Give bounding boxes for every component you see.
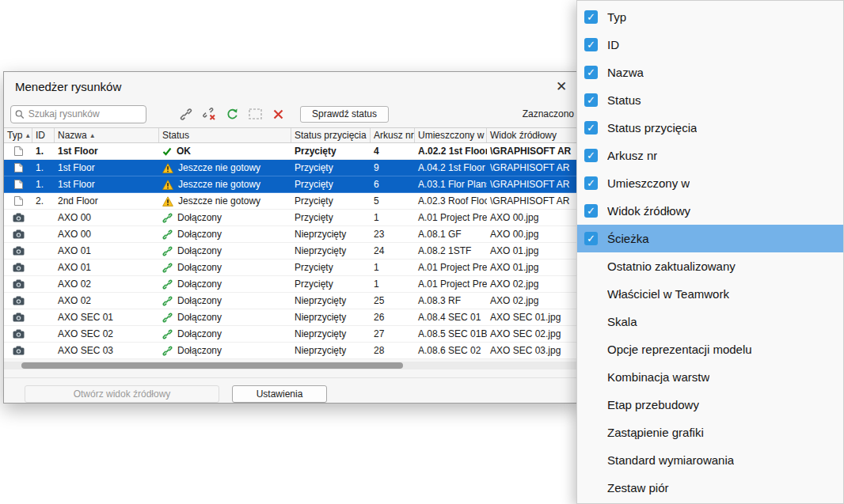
checkbox-spacer	[584, 343, 598, 356]
table-row[interactable]: 1.1st FloorJeszcze nie gotowyPrzycięty9A…	[4, 160, 579, 176]
sheet-number-cell: 23	[371, 226, 415, 242]
table-row[interactable]: AXO 00DołączonyNieprzycięty23A.08.1 GFAX…	[4, 226, 579, 243]
crop-status-cell: Nieprzycięty	[291, 226, 371, 242]
crop-status-cell: Przycięty	[291, 276, 371, 292]
status-cell: Dołączony	[159, 226, 291, 242]
table-row[interactable]: AXO 01DołączonyNieprzycięty24A.08.2 1STF…	[4, 243, 579, 260]
drawing-icon	[13, 213, 25, 222]
table-row[interactable]: 2.2nd FloorJeszcze nie gotowyPrzycięty5A…	[4, 193, 579, 210]
scrollbar-thumb[interactable]	[21, 362, 403, 369]
close-icon[interactable]: ✕	[552, 78, 571, 95]
menu-item-label: Skala	[607, 315, 637, 328]
menu-item-skala[interactable]: Skala	[577, 308, 843, 335]
settings-button[interactable]: Ustawienia	[232, 385, 327, 403]
name-cell: 1st Floor	[55, 143, 159, 159]
type-cell	[4, 243, 32, 259]
break-link-icon[interactable]	[200, 104, 219, 123]
menu-item-label: ID	[607, 38, 619, 51]
menu-item-status-przyciecia[interactable]: ✓Status przycięcia	[577, 114, 843, 142]
warning-icon	[162, 163, 173, 173]
search-box[interactable]	[10, 105, 146, 123]
crop-status-cell: Nieprzycięty	[291, 309, 371, 325]
table-row[interactable]: AXO 00DołączonyPrzycięty1A.01 Project Pr…	[4, 210, 579, 226]
table-row[interactable]: 1.1st FloorOKPrzycięty4A.02.2 1st Floor\…	[4, 143, 579, 160]
drawing-icon	[13, 313, 25, 322]
sheet-number-cell: 27	[371, 326, 415, 342]
column-header-arkusz-nr[interactable]: Arkusz nr	[371, 128, 415, 142]
menu-item-arkusz-nr[interactable]: ✓Arkusz nr	[577, 142, 843, 169]
status-cell: Dołączony	[159, 343, 291, 358]
delete-icon[interactable]	[268, 104, 287, 123]
name-cell: AXO 02	[55, 293, 159, 309]
id-cell	[32, 260, 55, 275]
menu-item-status[interactable]: ✓Status	[577, 86, 843, 114]
menu-item-sciezka[interactable]: ✓Ścieżka	[577, 225, 843, 252]
menu-item-opcje-reprezentacji-modelu[interactable]: Opcje reprezentacji modelu	[577, 335, 843, 363]
menu-item-label: Arkusz nr	[607, 149, 657, 162]
table-row[interactable]: AXO 02DołączonyNieprzycięty25A.08.3 RFAX…	[4, 293, 579, 309]
sort-asc-icon: ▲	[89, 132, 96, 139]
floor-plan-icon	[13, 162, 24, 173]
column-header-status[interactable]: Status	[159, 128, 291, 142]
link-icon	[162, 229, 173, 240]
menu-item-nazwa[interactable]: ✓Nazwa	[577, 59, 843, 86]
menu-item-label: Zestaw piór	[607, 481, 669, 495]
menu-item-widok-zrodlowy[interactable]: ✓Widok źródłowy	[577, 197, 843, 225]
column-label: ID	[36, 130, 45, 141]
menu-item-label: Umieszczony w	[607, 176, 690, 190]
source-view-cell: AXO SEC 02.jpg	[487, 326, 579, 342]
placed-in-cell: A.08.3 RF	[415, 293, 487, 309]
check-status-button[interactable]: Sprawdź status	[300, 106, 389, 123]
update-icon[interactable]	[222, 104, 241, 123]
ok-icon	[162, 147, 172, 156]
table-row[interactable]: AXO 01DołączonyPrzycięty1A.01 Project Pr…	[4, 260, 579, 276]
table-row[interactable]: AXO SEC 03DołączonyNieprzycięty28A.08.6 …	[4, 343, 579, 359]
frame-icon[interactable]	[245, 104, 264, 123]
horizontal-scrollbar[interactable]	[4, 362, 579, 369]
column-header-widok-zrodlowy[interactable]: Widok źródłowy	[487, 128, 579, 142]
source-view-cell: \GRAPHISOFT AR	[487, 160, 579, 176]
status-cell: Dołączony	[159, 326, 291, 342]
name-cell: 2nd Floor	[55, 193, 159, 209]
checkmark-icon: ✓	[584, 38, 598, 51]
table-row[interactable]: 1.1st FloorJeszcze nie gotowyPrzycięty6A…	[4, 176, 579, 193]
menu-item-ostatnio-zaktualizowany[interactable]: Ostatnio zaktualizowany	[577, 252, 843, 280]
attach-link-icon[interactable]	[177, 104, 196, 123]
menu-item-label: Standard wymiarowania	[607, 453, 734, 467]
table-row[interactable]: AXO SEC 02DołączonyNieprzycięty27A.08.5 …	[4, 326, 579, 343]
menu-item-umieszczony-w[interactable]: ✓Umieszczony w	[577, 169, 843, 197]
column-header-umieszczony-w[interactable]: Umieszczony w	[415, 128, 487, 142]
status-cell: Dołączony	[159, 243, 291, 259]
crop-status-cell: Przycięty	[291, 193, 371, 209]
checkmark-icon: ✓	[584, 10, 598, 24]
checkbox-spacer	[584, 398, 598, 411]
placed-in-cell: A.04.2 1st Floor	[415, 160, 487, 176]
type-cell	[4, 309, 32, 325]
type-cell	[4, 160, 32, 176]
menu-item-typ[interactable]: ✓Typ	[577, 3, 843, 31]
type-cell	[4, 143, 32, 159]
column-header-status-przyciecia[interactable]: Status przycięcia	[291, 128, 371, 142]
menu-item-label: Ostatnio zaktualizowany	[607, 260, 736, 273]
menu-item-zastapienie-grafiki[interactable]: Zastąpienie grafiki	[577, 419, 843, 446]
column-label: Typ	[7, 130, 22, 141]
menu-item-id[interactable]: ✓ID	[577, 31, 843, 59]
menu-item-etap-przebudowy[interactable]: Etap przebudowy	[577, 391, 843, 419]
placed-in-cell: A.08.1 GF	[415, 226, 487, 242]
menu-item-standard-wymiarowania[interactable]: Standard wymiarowania	[577, 446, 843, 474]
checkmark-icon: ✓	[584, 204, 598, 218]
column-header-nazwa[interactable]: Nazwa▲	[55, 128, 159, 142]
search-input[interactable]	[29, 108, 142, 119]
menu-item-wlasciciel-w-teamwork[interactable]: Właściciel w Teamwork	[577, 280, 843, 308]
menu-item-kombinacja-warstw[interactable]: Kombinacja warstw	[577, 363, 843, 391]
warning-icon	[162, 180, 173, 190]
checkbox-spacer	[584, 370, 598, 384]
table-row[interactable]: AXO 02DołączonyPrzycięty1A.01 Project Pr…	[4, 276, 579, 293]
crop-status-cell: Przycięty	[291, 176, 371, 192]
table-row[interactable]: AXO SEC 01DołączonyNieprzycięty26A.08.4 …	[4, 309, 579, 326]
column-header-typ[interactable]: Typ▲	[4, 128, 32, 142]
column-header-id[interactable]: ID	[32, 128, 55, 142]
sheet-number-cell: 9	[371, 160, 415, 176]
menu-item-zestaw-pior[interactable]: Zestaw piór	[577, 474, 843, 502]
open-source-view-button[interactable]: Otwórz widok źródłowy	[25, 385, 219, 403]
